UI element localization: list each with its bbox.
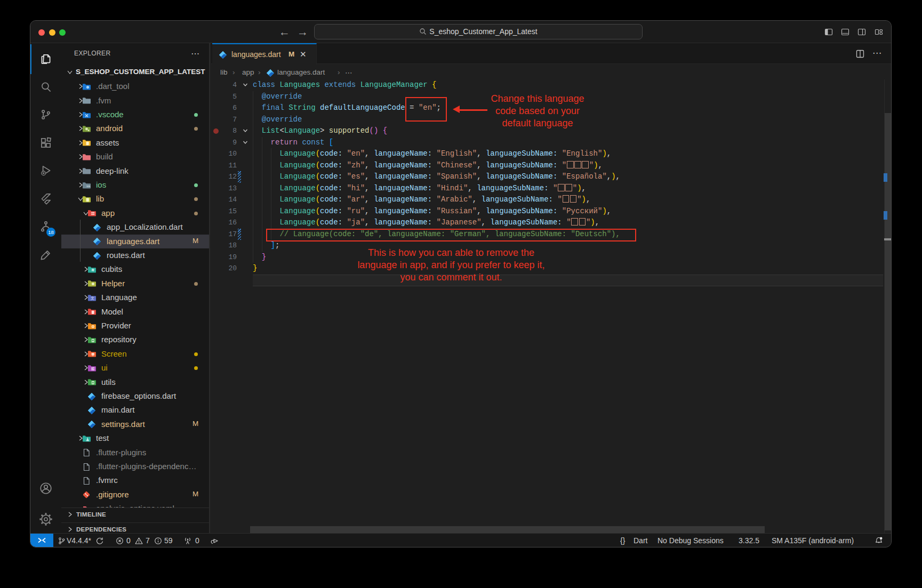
svg-text:文: 文 — [91, 296, 94, 300]
svg-text:ios: ios — [86, 184, 90, 188]
